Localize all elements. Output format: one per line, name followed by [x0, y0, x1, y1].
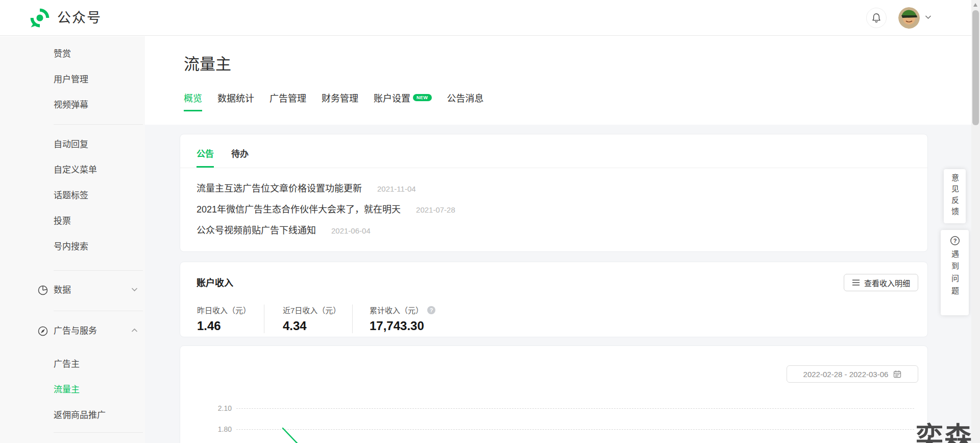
- sidebar-group-ads-services[interactable]: 广告与服务: [0, 318, 145, 344]
- notice-item-date: 2021-06-04: [331, 226, 371, 235]
- problem-floater-button[interactable]: ? 遇到问题: [941, 230, 969, 315]
- account-chevron-down-icon[interactable]: [925, 15, 932, 19]
- tab-account-settings[interactable]: 账户设置NEW: [374, 92, 432, 111]
- sidebar-item-video-danmu[interactable]: 视频弹幕: [0, 92, 145, 118]
- tab-announcements[interactable]: 公告消息: [447, 92, 484, 111]
- account-income-card: 账户收入 查看收入明细 昨日收入（元） 1.46 近7日收入（元） 4.34: [180, 262, 928, 337]
- sidebar-ads-children: 广告主 流量主 返佣商品推广: [0, 352, 145, 428]
- notice-tab-announcement[interactable]: 公告: [197, 147, 214, 168]
- wechat-mp-dashboard: { "colors": { "accent_green": "#07c160",…: [0, 0, 980, 443]
- question-circle-icon: ?: [950, 236, 960, 246]
- view-income-detail-button[interactable]: 查看收入明细: [844, 274, 918, 291]
- tab-finance-management[interactable]: 财务管理: [322, 92, 358, 111]
- sidebar-divider: [54, 270, 143, 271]
- sidebar-group-data[interactable]: 数据: [0, 277, 145, 303]
- chevron-up-icon: [131, 328, 138, 333]
- top-header: 公众号: [0, 0, 971, 36]
- notice-item[interactable]: 公众号视频前贴广告下线通知2021-06-04: [197, 220, 911, 241]
- list-icon: [852, 279, 860, 286]
- sidebar-divider: [54, 432, 143, 433]
- stat-label: 累计收入（元）: [370, 305, 423, 315]
- tab-overview[interactable]: 概览: [184, 92, 202, 111]
- user-avatar[interactable]: [898, 7, 920, 29]
- bell-icon: [871, 13, 881, 23]
- notice-item-text: 流量主互选广告位文章价格设置功能更新: [197, 183, 362, 194]
- view-income-detail-label: 查看收入明细: [864, 277, 910, 288]
- sidebar-item-traffic-master-active[interactable]: 流量主: [0, 377, 145, 403]
- stat-value: 17,743.30: [370, 319, 435, 333]
- sidebar-item-zanshang[interactable]: 赞赏: [0, 41, 145, 67]
- feedback-label: 意见反馈: [949, 174, 960, 219]
- sidebar-nav: 赞赏 用户管理 视频弹幕 自动回复 自定义菜单 话题标签 投票 号内搜索 数据: [0, 36, 145, 443]
- tab-ad-management[interactable]: 广告管理: [270, 92, 306, 111]
- notice-list: 流量主互选广告位文章价格设置功能更新2021-11-04 2021年微信广告生态…: [180, 168, 927, 241]
- notice-item-text: 公众号视频前贴广告下线通知: [197, 225, 316, 236]
- notice-card: 公告 待办 流量主互选广告位文章价格设置功能更新2021-11-04 2021年…: [180, 134, 928, 252]
- tab-data-statistics[interactable]: 数据统计: [217, 92, 254, 111]
- main-content: 流量主 概览 数据统计 广告管理 财务管理 账户设置NEW 公告消息 公告 待办…: [145, 36, 971, 443]
- notice-tab-todo[interactable]: 待办: [231, 147, 249, 168]
- sidebar-item-vote[interactable]: 投票: [0, 208, 145, 234]
- stat-value: 1.46: [197, 319, 264, 333]
- brand-title: 公众号: [57, 0, 102, 36]
- income-card-title: 账户收入: [197, 275, 233, 289]
- sidebar-divider: [54, 311, 143, 311]
- notice-item-text: 2021年微信广告生态合作伙伴大会来了，就在明天: [197, 204, 401, 215]
- notification-bell-button[interactable]: [866, 8, 887, 28]
- sidebar-item-rebate-product-promo[interactable]: 返佣商品推广: [0, 403, 145, 428]
- stat-7day-income: 近7日收入（元） 4.34: [264, 305, 353, 333]
- notice-item-date: 2021-11-04: [377, 184, 416, 193]
- sidebar-item-topic-tags[interactable]: 话题标签: [0, 183, 145, 208]
- tab-account-settings-label: 账户设置: [374, 94, 410, 104]
- sidebar-item-auto-reply[interactable]: 自动回复: [0, 132, 145, 157]
- stat-label: 昨日收入（元）: [197, 305, 251, 315]
- sidebar-divider: [54, 124, 143, 125]
- stat-label: 近7日收入（元）: [283, 305, 340, 315]
- notice-card-tabs: 公告 待办: [180, 134, 927, 168]
- stat-total-income: 累计收入（元） ? 17,743.30: [353, 305, 435, 333]
- income-stats: 昨日收入（元） 1.46 近7日收入（元） 4.34 累计收入（元） ? 17,…: [197, 305, 435, 333]
- notice-item-date: 2021-07-28: [416, 205, 455, 214]
- stat-value: 4.34: [283, 319, 352, 333]
- sidebar-item-in-account-search[interactable]: 号内搜索: [0, 234, 145, 260]
- sidebar-item-custom-menu[interactable]: 自定义菜单: [0, 157, 145, 183]
- pie-chart-icon: [37, 285, 48, 296]
- notice-item[interactable]: 2021年微信广告生态合作伙伴大会来了，就在明天2021-07-28: [197, 199, 911, 220]
- watermark-text: 奕森格: [916, 415, 980, 443]
- sidebar-group-ads-label: 广告与服务: [54, 318, 97, 344]
- notice-item[interactable]: 流量主互选广告位文章价格设置功能更新2021-11-04: [197, 178, 911, 199]
- scrollbar-up-arrow-icon[interactable]: [973, 3, 977, 7]
- scrollbar-thumb[interactable]: [972, 10, 979, 125]
- sidebar-group-data-label: 数据: [54, 277, 71, 303]
- chevron-down-icon: [131, 287, 138, 292]
- sidebar-item-user-management[interactable]: 用户管理: [0, 67, 145, 92]
- wechat-mp-logo-icon[interactable]: [29, 7, 51, 29]
- svg-text:?: ?: [953, 238, 957, 244]
- income-trend-line: [180, 346, 927, 443]
- page-tabs: 概览 数据统计 广告管理 财务管理 账户设置NEW 公告消息: [184, 92, 484, 111]
- sidebar-item-advertiser[interactable]: 广告主: [0, 352, 145, 377]
- stat-yesterday-income: 昨日收入（元） 1.46: [197, 305, 264, 333]
- page-scrollbar[interactable]: [971, 0, 980, 443]
- new-badge: NEW: [413, 94, 432, 101]
- compass-icon: [37, 325, 48, 337]
- help-question-icon[interactable]: ?: [427, 306, 435, 314]
- problem-label: 遇到问题: [949, 250, 960, 299]
- feedback-floater-button[interactable]: 意见反馈: [944, 169, 966, 223]
- income-trend-chart-card: 2022-02-28 - 2022-03-06 2.10 1.80: [180, 345, 928, 443]
- content-body: 公告 待办 流量主互选广告位文章价格设置功能更新2021-11-04 2021年…: [145, 125, 971, 443]
- page-title: 流量主: [184, 54, 231, 75]
